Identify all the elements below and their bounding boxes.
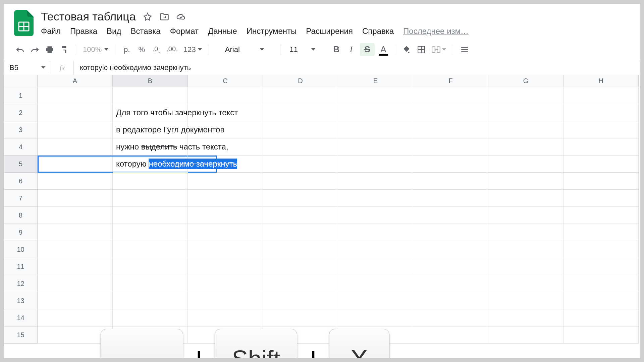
row-header[interactable]: 2 xyxy=(4,104,38,121)
row-header[interactable]: 10 xyxy=(4,241,38,258)
select-all-corner[interactable] xyxy=(4,75,38,87)
cell-b4: нужно выделить часть текста, xyxy=(113,138,188,156)
col-header-f[interactable]: F xyxy=(413,75,488,87)
row-header[interactable]: 3 xyxy=(4,121,38,138)
row-header[interactable]: 14 xyxy=(4,309,38,326)
undo-icon[interactable] xyxy=(14,43,26,56)
row-header[interactable]: 7 xyxy=(4,190,38,207)
row-header[interactable]: 6 xyxy=(4,173,38,190)
row-headers: 1 2 3 4 5 6 7 8 9 10 11 12 13 14 15 xyxy=(4,87,38,344)
cell-b2: Для того чтобы зачеркнуть текст xyxy=(113,104,188,121)
row-header[interactable]: 1 xyxy=(4,87,38,104)
name-box[interactable]: B5 xyxy=(4,60,51,75)
col-header-a[interactable]: A xyxy=(38,75,113,87)
keycap-x: X xyxy=(329,329,389,358)
plus-icon: + xyxy=(189,342,209,358)
formula-bar: B5 fx которую необходимо зачеркнуть xyxy=(4,60,640,75)
sheets-logo-icon[interactable] xyxy=(14,10,34,36)
cells-area[interactable]: Для того чтобы зачеркнуть текст в редакт… xyxy=(38,87,640,344)
cell-b3: в редакторе Гугл документов xyxy=(113,121,188,138)
separator xyxy=(76,44,76,55)
decrease-decimal-button[interactable]: .0↓ xyxy=(150,43,162,56)
menu-help[interactable]: Справка xyxy=(362,26,394,36)
keycap-shift: Shift xyxy=(215,329,297,358)
menu-format[interactable]: Формат xyxy=(170,26,199,36)
move-folder-icon[interactable] xyxy=(159,12,169,22)
column-headers: A B C D E F G H xyxy=(4,75,640,87)
fill-color-icon[interactable] xyxy=(400,43,413,56)
separator xyxy=(453,44,453,55)
formula-input[interactable]: которую необходимо зачеркнуть xyxy=(74,63,640,72)
plus-icon: + xyxy=(303,342,323,358)
keycap-command: command xyxy=(101,329,183,358)
star-icon[interactable] xyxy=(143,12,153,22)
row-header[interactable]: 11 xyxy=(4,258,38,275)
row-header[interactable]: 15 xyxy=(4,326,38,344)
app-window: Тестовая таблица Файл Правка Вид xyxy=(4,4,640,358)
title-icons xyxy=(143,12,186,22)
text-color-button[interactable]: A xyxy=(377,43,389,56)
spreadsheet-grid: A B C D E F G H 1 2 3 4 5 6 7 8 9 10 11 … xyxy=(4,75,640,358)
horizontal-align-icon[interactable] xyxy=(459,43,471,56)
menu-extensions[interactable]: Расширения xyxy=(306,26,353,36)
last-edit-link[interactable]: Последнее изм… xyxy=(403,26,469,36)
borders-icon[interactable] xyxy=(415,43,427,56)
redo-icon[interactable] xyxy=(29,43,41,56)
doc-title[interactable]: Тестовая таблица xyxy=(41,10,136,23)
separator xyxy=(209,44,209,55)
keycap-overlay: command + Shift + X xyxy=(101,329,389,358)
separator xyxy=(325,44,325,55)
increase-decimal-button[interactable]: .00↑ xyxy=(165,43,179,56)
chevron-down-icon xyxy=(442,48,446,51)
chevron-down-icon xyxy=(104,48,108,51)
cloud-saved-icon[interactable] xyxy=(176,12,186,22)
col-header-e[interactable]: E xyxy=(338,75,413,87)
title-area: Тестовая таблица Файл Правка Вид xyxy=(41,10,630,36)
chevron-down-icon xyxy=(41,66,45,69)
row-header[interactable]: 12 xyxy=(4,275,38,292)
bold-button[interactable]: B xyxy=(330,43,342,56)
more-formats-button[interactable]: 123 xyxy=(182,43,203,56)
fx-label: fx xyxy=(51,60,74,75)
merge-cells-icon[interactable] xyxy=(430,43,447,56)
col-header-d[interactable]: D xyxy=(263,75,338,87)
currency-button[interactable]: р. xyxy=(121,43,133,56)
zoom-select[interactable]: 100% xyxy=(82,43,110,56)
font-select[interactable]: Arial xyxy=(214,43,275,56)
grid-body: 1 2 3 4 5 6 7 8 9 10 11 12 13 14 15 Для … xyxy=(4,87,640,344)
print-icon[interactable] xyxy=(44,43,56,56)
menu-data[interactable]: Данные xyxy=(208,26,237,36)
row-header[interactable]: 9 xyxy=(4,224,38,241)
row-header[interactable]: 4 xyxy=(4,138,38,156)
row-header[interactable]: 5 xyxy=(4,156,38,173)
menu-file[interactable]: Файл xyxy=(41,26,61,36)
paint-format-icon[interactable] xyxy=(58,43,70,56)
header: Тестовая таблица Файл Правка Вид xyxy=(4,4,640,39)
menu-view[interactable]: Вид xyxy=(107,26,121,36)
percent-button[interactable]: % xyxy=(136,43,148,56)
separator xyxy=(280,44,280,55)
chevron-down-icon xyxy=(198,48,202,51)
col-header-g[interactable]: G xyxy=(488,75,564,87)
menu-tools[interactable]: Инструменты xyxy=(247,26,297,36)
separator xyxy=(115,44,115,55)
row-header[interactable]: 13 xyxy=(4,292,38,309)
col-header-c[interactable]: C xyxy=(188,75,263,87)
menu-edit[interactable]: Правка xyxy=(70,26,97,36)
col-header-b[interactable]: B xyxy=(113,75,188,87)
italic-button[interactable]: I xyxy=(345,43,357,56)
font-size-select[interactable]: 11 xyxy=(286,43,319,56)
cell-b5: которую необходимо зачеркнуть xyxy=(113,156,188,173)
col-header-h[interactable]: H xyxy=(564,75,639,87)
toolbar: 100% р. % .0↓ .00↑ 123 Arial 11 B I S A xyxy=(4,39,640,60)
menu-insert[interactable]: Вставка xyxy=(131,26,161,36)
separator xyxy=(395,44,395,55)
chevron-down-icon xyxy=(311,48,315,51)
chevron-down-icon xyxy=(260,48,264,51)
strikethrough-button[interactable]: S xyxy=(360,43,375,56)
row-header[interactable]: 8 xyxy=(4,207,38,224)
menubar: Файл Правка Вид Вставка Формат Данные Ин… xyxy=(41,26,630,36)
title-row: Тестовая таблица xyxy=(41,10,630,23)
